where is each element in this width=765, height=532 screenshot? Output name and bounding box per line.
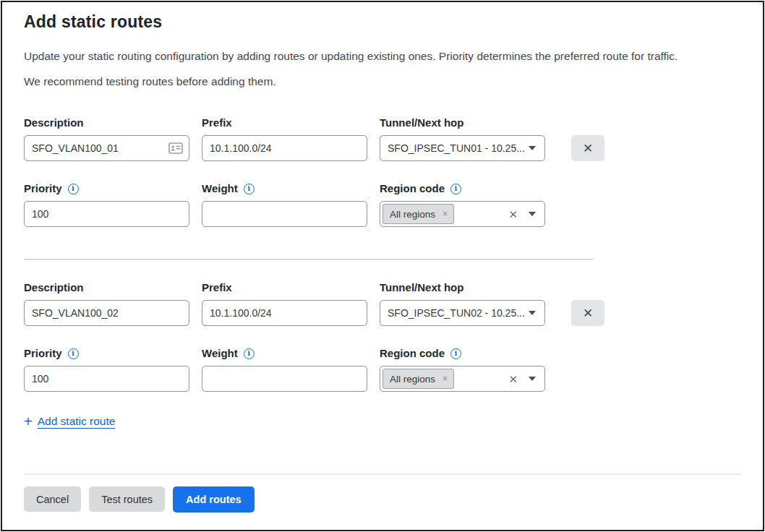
region-multiselect[interactable]: All regions × ✕ — [380, 201, 545, 227]
tunnel-selected-value: SFO_IPSEC_TUN02 - 10.25... — [388, 307, 529, 319]
route1-prefix-field: Prefix — [202, 116, 367, 161]
intro-text: Update your static routing configuration… — [24, 50, 741, 63]
description-input[interactable] — [24, 135, 189, 161]
dialog-footer: Cancel Test routes Add routes — [24, 473, 741, 530]
priority-label: Priority i — [24, 347, 189, 360]
route2-prefix-field: Prefix — [202, 281, 367, 326]
route1-row2: Priority i Weight i Region code i — [24, 182, 741, 227]
region-label: Region code i — [380, 182, 545, 195]
region-tag-label: All regions — [390, 374, 435, 385]
tunnel-selected-value: SFO_IPSEC_TUN01 - 10.25... — [388, 142, 529, 154]
prefix-input[interactable] — [202, 300, 367, 326]
add-static-route-row: + Add static route — [24, 414, 741, 429]
add-static-routes-dialog: Add static routes Update your static rou… — [1, 1, 764, 531]
info-icon[interactable]: i — [244, 348, 255, 359]
region-tag: All regions × — [382, 204, 454, 224]
cancel-button[interactable]: Cancel — [24, 486, 81, 512]
route2-priority-field: Priority i — [24, 347, 189, 392]
close-icon: ✕ — [583, 141, 593, 155]
info-icon[interactable]: i — [244, 184, 255, 194]
add-static-route-link[interactable]: Add static route — [38, 415, 116, 428]
region-label-text: Region code — [380, 347, 445, 360]
info-icon[interactable]: i — [450, 184, 461, 194]
region-multiselect[interactable]: All regions × ✕ — [380, 366, 545, 392]
route2-row1: Description Prefix Tunnel/Next hop SFO_I… — [24, 281, 741, 326]
region-tag-label: All regions — [390, 209, 435, 220]
prefix-label: Prefix — [202, 281, 367, 294]
priority-label: Priority i — [24, 182, 189, 195]
region-tag: All regions × — [382, 369, 454, 389]
weight-input[interactable] — [202, 366, 367, 392]
tunnel-select[interactable]: SFO_IPSEC_TUN01 - 10.25... — [380, 135, 545, 161]
recommendation-text: We recommend testing routes before addin… — [24, 75, 741, 88]
close-icon: ✕ — [583, 306, 593, 320]
remove-route-button[interactable]: ✕ — [571, 300, 604, 326]
description-input[interactable] — [24, 300, 189, 326]
route1-region-field: Region code i All regions × ✕ — [380, 182, 545, 227]
chevron-down-icon — [529, 212, 536, 216]
clear-selection-icon[interactable]: ✕ — [508, 209, 518, 220]
region-label: Region code i — [380, 347, 545, 360]
weight-label-text: Weight — [202, 182, 238, 195]
priority-input[interactable] — [24, 366, 189, 392]
info-icon[interactable]: i — [68, 348, 79, 359]
autofill-contact-card-icon[interactable] — [168, 142, 183, 154]
weight-input[interactable] — [202, 201, 367, 227]
route-entry-2: Description Prefix Tunnel/Next hop SFO_I… — [24, 281, 741, 392]
route-divider — [24, 259, 593, 260]
clear-selection-icon[interactable]: ✕ — [508, 374, 518, 385]
route-entry-1: Description — [24, 116, 741, 227]
route2-description-field: Description — [24, 281, 189, 326]
weight-label: Weight i — [202, 182, 367, 195]
tunnel-label: Tunnel/Next hop — [380, 116, 545, 129]
remove-tag-icon[interactable]: × — [443, 210, 448, 218]
priority-label-text: Priority — [24, 347, 62, 360]
route1-weight-field: Weight i — [202, 182, 367, 227]
info-icon[interactable]: i — [68, 184, 79, 194]
remove-route-button[interactable]: ✕ — [571, 135, 604, 161]
description-label: Description — [24, 116, 189, 129]
plus-icon: + — [24, 414, 33, 429]
remove-tag-icon[interactable]: × — [443, 374, 448, 383]
tunnel-select[interactable]: SFO_IPSEC_TUN02 - 10.25... — [380, 300, 545, 326]
info-icon[interactable]: i — [450, 348, 461, 359]
prefix-label: Prefix — [202, 116, 367, 129]
priority-label-text: Priority — [24, 182, 62, 195]
add-routes-button[interactable]: Add routes — [173, 486, 255, 512]
description-label: Description — [24, 281, 189, 294]
dialog-content: Add static routes Update your static rou… — [2, 2, 763, 473]
route2-tunnel-field: Tunnel/Next hop SFO_IPSEC_TUN02 - 10.25.… — [380, 281, 545, 326]
prefix-input[interactable] — [202, 135, 367, 161]
chevron-down-icon — [529, 377, 536, 381]
route1-description-field: Description — [24, 116, 189, 161]
chevron-down-icon — [529, 146, 536, 150]
weight-label-text: Weight — [202, 347, 238, 360]
page-title: Add static routes — [24, 12, 741, 32]
route2-weight-field: Weight i — [202, 347, 367, 392]
route2-region-field: Region code i All regions × ✕ — [380, 347, 545, 392]
route1-priority-field: Priority i — [24, 182, 189, 227]
test-routes-button[interactable]: Test routes — [89, 486, 165, 512]
chevron-down-icon — [529, 311, 536, 315]
priority-input[interactable] — [24, 201, 189, 227]
route2-row2: Priority i Weight i Region code i — [24, 347, 741, 392]
region-label-text: Region code — [380, 182, 445, 195]
tunnel-label: Tunnel/Next hop — [380, 281, 545, 294]
weight-label: Weight i — [202, 347, 367, 360]
route1-row1: Description — [24, 116, 741, 161]
route1-tunnel-field: Tunnel/Next hop SFO_IPSEC_TUN01 - 10.25.… — [380, 116, 545, 161]
